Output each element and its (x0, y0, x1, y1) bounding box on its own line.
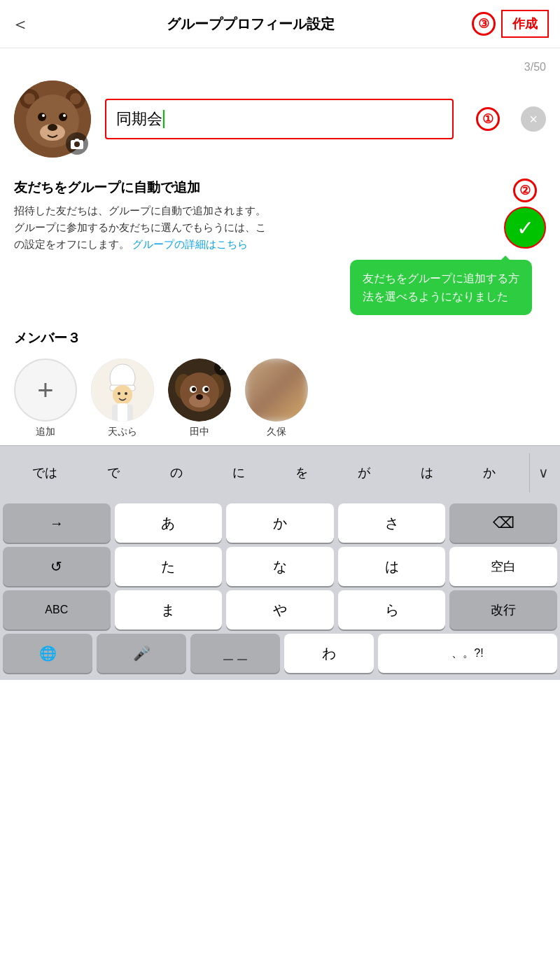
kb-key-abc[interactable]: ABC (3, 590, 111, 629)
svg-point-4 (70, 93, 81, 104)
member-item-2: × 田中 (168, 359, 231, 438)
kb-key-mic[interactable]: 🎤 (97, 634, 186, 673)
member-item-3: 久保 (245, 359, 308, 438)
kb-key-delete[interactable]: ⌫ (449, 503, 557, 543)
kb-key-ta[interactable]: た (115, 547, 223, 586)
profile-section: 3/50 (0, 48, 560, 165)
suggest-item-6[interactable]: は (414, 461, 440, 484)
suggest-item-4[interactable]: を (288, 461, 315, 484)
step1-badge: ① (476, 107, 500, 131)
member1-avatar-svg (91, 359, 154, 422)
member2-remove-badge[interactable]: × (214, 360, 230, 375)
step2-badge: ② (513, 179, 537, 202)
clear-button[interactable]: × (521, 106, 546, 132)
tooltip-line2: 法を選べるようになりました (363, 291, 508, 302)
svg-point-7 (48, 124, 57, 131)
svg-point-17 (125, 392, 127, 395)
svg-rect-19 (118, 403, 127, 422)
name-input-text: 同期会 (116, 109, 162, 130)
keyboard-suggest-bar: では で の に を が は か ∨ (0, 445, 560, 499)
svg-point-11 (63, 114, 66, 117)
add-icon: + (37, 375, 53, 406)
kb-row-4: 🌐 🎤 ＿＿ わ 、。?! (3, 634, 557, 673)
create-button[interactable]: 作成 (501, 10, 549, 38)
toggle-check-icon: ✓ (517, 216, 534, 240)
kb-key-a[interactable]: あ (115, 503, 223, 543)
kb-key-arrow[interactable]: → (3, 503, 111, 543)
members-title: メンバー３ (14, 329, 546, 347)
kb-key-ha[interactable]: は (338, 547, 446, 586)
suggest-item-1[interactable]: で (100, 461, 127, 484)
kb-key-punct[interactable]: 、。?! (378, 634, 557, 673)
tooltip-line1: 友だちをグループに追加する方 (363, 272, 519, 284)
settings-title: 友だちをグループに自動で追加 (14, 179, 493, 197)
settings-link[interactable]: グループの詳細はこちら (132, 238, 248, 250)
kb-key-ya[interactable]: や (226, 590, 334, 629)
suggest-items: では で の に を が は か (0, 461, 528, 484)
member-item-1: 天ぷら (91, 359, 154, 438)
kb-row-3: ABC ま や ら 改行 (3, 590, 557, 629)
settings-text: 友だちをグループに自動で追加 招待した友だちは、グループに自動で追加されます。 … (14, 179, 493, 253)
suggest-item-3[interactable]: に (225, 461, 252, 484)
suggest-separator (529, 453, 530, 492)
suggest-item-0[interactable]: では (25, 461, 64, 484)
kb-key-globe[interactable]: 🌐 (3, 634, 92, 673)
members-list: + 追加 (14, 359, 546, 438)
kb-key-sa[interactable]: さ (338, 503, 446, 543)
settings-desc-line3: の設定をオフにします。 (14, 238, 130, 250)
keyboard: → あ か さ ⌫ ↺ た な は 空白 ABC ま や ら 改行 🌐 🎤 ＿＿… (0, 499, 560, 680)
char-count: 3/50 (14, 61, 546, 74)
member3-blurred-avatar (245, 359, 308, 422)
svg-point-10 (42, 114, 45, 117)
kb-key-dakuten[interactable]: ＿＿ (190, 634, 280, 673)
svg-point-15 (113, 385, 132, 405)
back-button[interactable]: ＜ (11, 12, 29, 36)
svg-point-27 (192, 387, 196, 391)
member3-avatar (245, 359, 308, 422)
members-section: メンバー３ + 追加 (0, 315, 560, 445)
settings-desc-line1: 招待した友だちは、グループに自動で追加されます。 (14, 204, 266, 216)
svg-point-16 (118, 392, 120, 395)
svg-point-29 (196, 394, 203, 400)
profile-row: 同期会 ① × (14, 81, 546, 158)
avatar-container[interactable] (14, 81, 91, 158)
svg-point-28 (204, 387, 209, 391)
add-label: 追加 (36, 426, 55, 438)
member2-label: 田中 (190, 426, 209, 438)
name-input-box[interactable]: 同期会 (105, 99, 454, 139)
camera-icon (71, 138, 83, 149)
add-member-avatar[interactable]: + (14, 359, 77, 422)
tooltip-bubble: 友だちをグループに追加する方 法を選べるようになりました (350, 260, 532, 315)
auto-add-toggle[interactable]: ✓ (504, 207, 546, 249)
kb-key-na[interactable]: な (226, 547, 334, 586)
kb-key-space[interactable]: 空白 (449, 547, 557, 586)
svg-point-2 (24, 93, 35, 104)
member1-label: 天ぷら (108, 426, 137, 438)
header: ＜ グループプロフィール設定 ③ 作成 (0, 0, 560, 48)
settings-desc: 招待した友だちは、グループに自動で追加されます。 グループに参加するか友だちに選… (14, 202, 493, 253)
camera-badge[interactable] (66, 132, 88, 155)
member3-label: 久保 (267, 426, 286, 438)
suggest-item-7[interactable]: か (476, 461, 503, 484)
text-cursor (163, 110, 164, 128)
settings-right: ② ✓ (504, 179, 546, 249)
kb-key-wa[interactable]: わ (284, 634, 374, 673)
suggest-item-5[interactable]: が (351, 461, 377, 484)
kb-key-ma[interactable]: ま (115, 590, 223, 629)
settings-row: 友だちをグループに自動で追加 招待した友だちは、グループに自動で追加されます。 … (14, 179, 546, 253)
svg-point-8 (38, 113, 46, 121)
kb-row-1: → あ か さ ⌫ (3, 503, 557, 543)
suggest-chevron-button[interactable]: ∨ (531, 464, 560, 481)
suggest-item-2[interactable]: の (163, 461, 190, 484)
member2-avatar: × (168, 359, 231, 422)
step3-badge: ③ (472, 12, 496, 36)
settings-section: 友だちをグループに自動で追加 招待した友だちは、グループに自動で追加されます。 … (0, 165, 560, 260)
kb-key-ra[interactable]: ら (338, 590, 446, 629)
kb-key-enter[interactable]: 改行 (449, 590, 557, 629)
member1-avatar (91, 359, 154, 422)
member-add-item[interactable]: + 追加 (14, 359, 77, 438)
kb-row-2: ↺ た な は 空白 (3, 547, 557, 586)
kb-key-ka[interactable]: か (226, 503, 334, 543)
kb-key-undo[interactable]: ↺ (3, 547, 111, 586)
settings-desc-line2: グループに参加するか友だちに選んでもらうには、こ (14, 221, 266, 233)
